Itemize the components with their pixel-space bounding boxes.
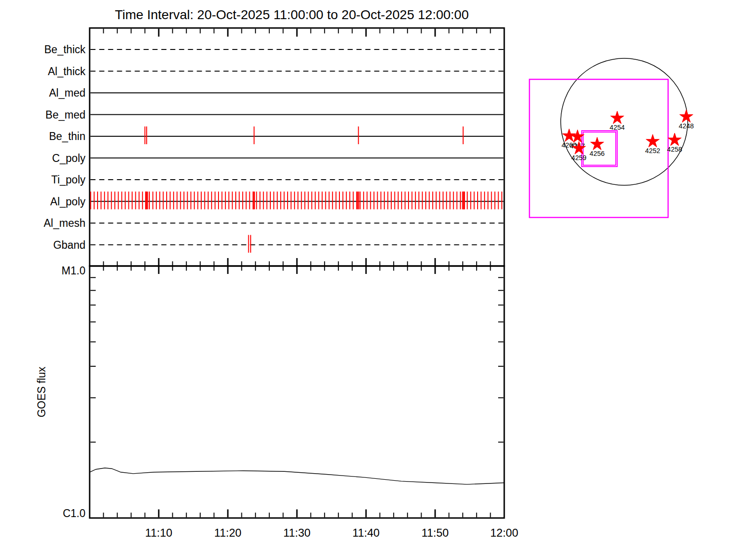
- goes-flux-curve: [90, 468, 504, 484]
- x-tick-label-11:50: 11:50: [422, 526, 449, 539]
- region-label-4256: 4256: [590, 150, 605, 157]
- filter-label-Be_thin: Be_thin: [49, 130, 85, 142]
- star-marker-4252: [646, 134, 660, 147]
- x-tick-label-11:30: 11:30: [283, 526, 310, 539]
- goes-y-label-top: M1.0: [62, 265, 85, 277]
- xrt-planning-plot: Time Interval: 20-Oct-2025 11:00:00 to 2…: [0, 0, 747, 560]
- filter-label-Al_mesh: Al_mesh: [44, 217, 85, 229]
- goes-y-label-bottom: C1.0: [63, 507, 85, 519]
- x-tick-label-11:10: 11:10: [145, 526, 172, 539]
- region-label-4254: 4254: [610, 124, 625, 131]
- region-label-4252: 4252: [645, 147, 660, 154]
- x-tick-label-11:20: 11:20: [214, 526, 241, 539]
- region-label-4259: 4259: [571, 154, 586, 161]
- plot-title: Time Interval: 20-Oct-2025 11:00:00 to 2…: [75, 7, 509, 22]
- star-marker-4254: [611, 111, 624, 124]
- star-marker-4256: [591, 137, 604, 150]
- filter-label-Be_med: Be_med: [45, 109, 85, 121]
- filter-label-Be_thick: Be_thick: [44, 43, 86, 56]
- filter-label-Al_med: Al_med: [49, 87, 85, 99]
- timeline-panel-border: [90, 28, 504, 266]
- x-tick-label-12:00: 12:00: [490, 526, 518, 539]
- plot-canvas: Be_thickAl_thickAl_medBe_medBe_thinC_pol…: [0, 0, 747, 560]
- x-tick-label-11:40: 11:40: [352, 526, 380, 539]
- filter-label-Al_thick: Al_thick: [48, 65, 85, 77]
- region-label-4258: 4258: [667, 146, 682, 153]
- star-marker-4248: [680, 110, 693, 122]
- filter-label-Ti_poly: Ti_poly: [51, 174, 86, 186]
- goes-panel-border: [90, 266, 504, 518]
- filter-label-Al_poly: Al_poly: [50, 196, 86, 208]
- goes-ylabel: GOES flux: [35, 366, 48, 417]
- filter-label-C_poly: C_poly: [52, 152, 85, 164]
- star-marker-4258: [668, 133, 682, 146]
- region-label-4248: 4248: [679, 122, 694, 130]
- filter-label-Gband: Gband: [53, 239, 85, 251]
